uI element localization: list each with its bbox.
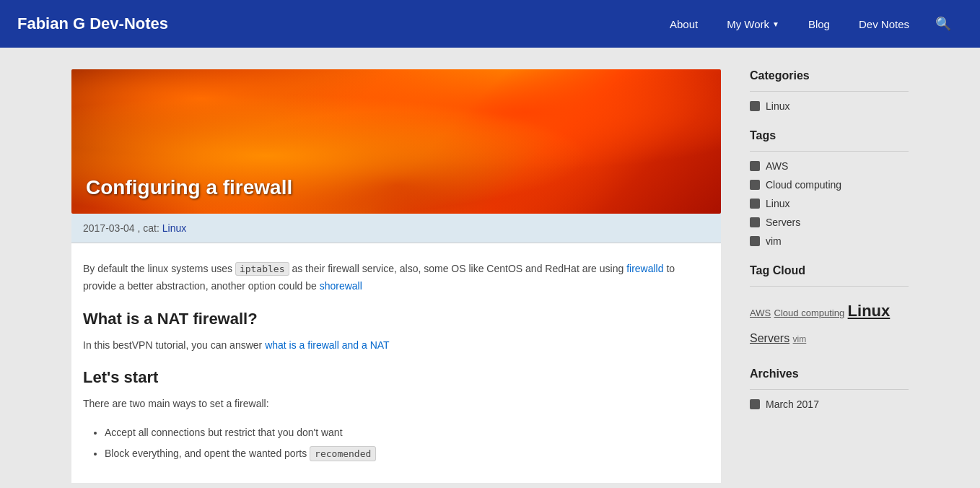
tags-divider [750, 151, 909, 152]
archive-link-march-2017[interactable]: March 2017 [766, 398, 819, 410]
tag-item-cloud-computing: Cloud computing [750, 179, 909, 191]
categories-section: Categories Linux [750, 69, 909, 112]
tag-cloud-section: Tag Cloud AWS Cloud computing Linux Serv… [750, 264, 909, 350]
post-meta-cat-label: , cat: [138, 222, 159, 234]
h2-lets-start: Let's start [83, 368, 709, 387]
post-meta: 2017-03-04 , cat: Linux [71, 214, 721, 243]
post-body: By default the linux systems uses iptabl… [71, 243, 721, 483]
list-item-2: Block everything, and opent the wanted p… [105, 445, 709, 462]
site-brand[interactable]: Fabian G Dev-Notes [17, 14, 655, 33]
nav-item-mywork[interactable]: My Work ▼ [712, 0, 794, 48]
archive-item-march-2017: March 2017 [750, 398, 909, 410]
tag-item-vim: vim [750, 235, 909, 247]
archives-heading: Archives [750, 367, 909, 380]
category-link-linux[interactable]: Linux [766, 100, 789, 112]
nat-paragraph: In this bestVPN tutorial, you can answer… [83, 337, 709, 354]
dropdown-icon: ▼ [772, 20, 779, 28]
tag-cloud-divider [750, 286, 909, 287]
tag-cloud-aws[interactable]: AWS [750, 308, 771, 318]
tag-cloud: AWS Cloud computing Linux Servers vim [750, 295, 909, 350]
tags-heading: Tags [750, 129, 909, 142]
archives-divider [750, 389, 909, 390]
tags-section: Tags AWS Cloud computing Linux Servers v… [750, 129, 909, 247]
tag-cloud-servers[interactable]: Servers [750, 332, 789, 344]
page-wrapper: Configuring a firewall 2017-03-04 , cat:… [57, 48, 923, 488]
iptables-code: iptables [235, 262, 289, 276]
tag-icon-linux [750, 199, 760, 209]
tag-icon-aws [750, 161, 760, 171]
tag-item-servers: Servers [750, 217, 909, 228]
nav-links: About My Work ▼ Blog Dev Notes [655, 0, 924, 48]
categories-heading: Categories [750, 69, 909, 82]
post-category-link[interactable]: Linux [162, 222, 186, 234]
category-icon [750, 101, 760, 111]
tag-link-aws[interactable]: AWS [766, 160, 788, 172]
navigation: Fabian G Dev-Notes About My Work ▼ Blog … [0, 0, 980, 48]
archives-section: Archives March 2017 [750, 367, 909, 410]
nav-item-devnotes[interactable]: Dev Notes [844, 0, 924, 48]
tag-link-linux[interactable]: Linux [766, 198, 789, 209]
nav-item-blog[interactable]: Blog [794, 0, 844, 48]
tag-link-cloud-computing[interactable]: Cloud computing [766, 179, 841, 191]
nat-link[interactable]: what is a firewall and a NAT [265, 339, 389, 351]
shorewall-link[interactable]: shorewall [320, 280, 362, 292]
tag-cloud-heading: Tag Cloud [750, 264, 909, 277]
tag-cloud-linux[interactable]: Linux [848, 302, 891, 320]
tag-cloud-vim[interactable]: vim [793, 334, 807, 344]
lets-start-paragraph: There are two main ways to set a firewal… [83, 396, 709, 413]
nav-link-about[interactable]: About [655, 0, 712, 48]
list-item-1: Accept all connections but restrict that… [105, 424, 709, 440]
nav-link-blog[interactable]: Blog [794, 0, 844, 48]
tag-item-linux: Linux [750, 198, 909, 209]
post-date: 2017-03-04 [83, 222, 135, 234]
hero-image: Configuring a firewall [71, 69, 721, 214]
h2-nat-firewall: What is a NAT firewall? [83, 310, 709, 328]
tag-link-servers[interactable]: Servers [766, 217, 800, 228]
archive-icon [750, 399, 760, 409]
tag-link-vim[interactable]: vim [766, 235, 782, 247]
tag-item-aws: AWS [750, 160, 909, 172]
hero-title: Configuring a firewall [86, 176, 292, 199]
tag-icon-servers [750, 217, 760, 227]
recomended-code: recomended [310, 446, 376, 461]
tag-icon-cloud-computing [750, 180, 760, 190]
nav-link-mywork[interactable]: My Work ▼ [712, 0, 794, 48]
tag-icon-vim [750, 236, 760, 246]
main-content: Configuring a firewall 2017-03-04 , cat:… [71, 69, 721, 483]
nav-item-about[interactable]: About [655, 0, 712, 48]
firewalld-link[interactable]: firewalld [626, 263, 663, 274]
nav-link-devnotes[interactable]: Dev Notes [844, 0, 924, 48]
search-icon[interactable]: 🔍 [924, 0, 963, 48]
tag-cloud-cloud-computing[interactable]: Cloud computing [774, 308, 845, 318]
sidebar: Categories Linux Tags AWS Cloud computin… [750, 69, 909, 483]
category-item-linux: Linux [750, 100, 909, 112]
categories-divider [750, 91, 909, 92]
intro-paragraph: By default the linux systems uses iptabl… [83, 261, 709, 295]
firewall-list: Accept all connections but restrict that… [105, 424, 709, 461]
